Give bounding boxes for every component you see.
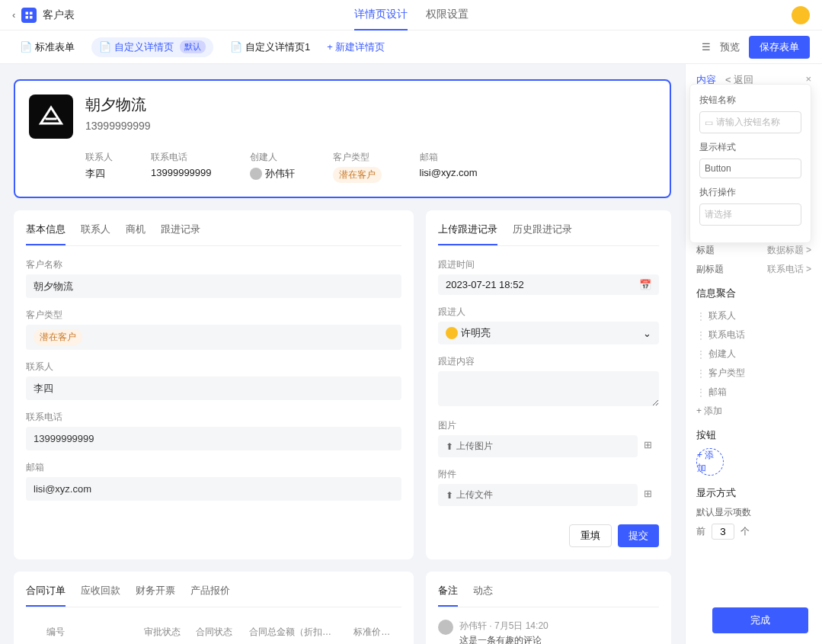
tab-detail-design[interactable]: 详情页设计 <box>354 0 408 30</box>
drag-icon: ⋮⋮ <box>696 349 704 360</box>
remarks-card[interactable]: 备注 动态 孙伟轩 · 7月5日 14:20 这是一条有趣的评论 <box>426 572 671 644</box>
svg-rect-0 <box>26 11 29 14</box>
follow-card[interactable]: 上传跟进记录 历史跟进记录 跟进时间2023-07-21 18:52📅 跟进人许… <box>426 210 671 559</box>
input-fperson[interactable]: 许明亮⌄ <box>438 322 659 344</box>
tab-contacts[interactable]: 联系人 <box>81 223 110 245</box>
th-contract: 合同状态 <box>191 620 245 644</box>
input-ftime[interactable]: 2023-07-21 18:52📅 <box>438 274 659 295</box>
hero-subtitle: 13999999999 <box>85 120 151 132</box>
submit-button[interactable]: 提交 <box>618 524 659 547</box>
input-contact[interactable] <box>26 376 401 400</box>
fl-email: 邮箱 <box>26 461 401 474</box>
sp-display-title: 显示方式 <box>696 486 811 500</box>
hero-card[interactable]: 朝夕物流 13999999999 联系人李四 联系电话13999999999 创… <box>14 79 671 198</box>
calendar-icon: 📅 <box>639 279 651 290</box>
layout-toggle-icon[interactable]: ☰ <box>702 41 711 53</box>
remark-item: 孙伟轩 · 7月5日 14:20 这是一条有趣的评论 <box>438 620 659 644</box>
tab-biz[interactable]: 商机 <box>126 223 146 245</box>
input-phone[interactable] <box>26 427 401 450</box>
fl-fimage: 图片 <box>438 419 659 432</box>
sp-field-creator[interactable]: ⋮⋮创建人 <box>696 344 811 364</box>
fl-fattach: 附件 <box>438 468 659 481</box>
drag-icon: ⋮⋮ <box>696 330 704 341</box>
sp-subtitle-row[interactable]: 副标题联系电话 > <box>696 263 811 276</box>
back-arrow[interactable]: ‹ <box>12 9 15 21</box>
th-price: 标准价… <box>349 620 401 644</box>
chip-custom-detail[interactable]: 📄 自定义详情页默认 <box>91 37 213 57</box>
sp-title-row[interactable]: 标题数据标题 > <box>696 244 811 257</box>
input-email[interactable] <box>26 477 401 501</box>
fl-type: 客户类型 <box>26 309 401 322</box>
sp-button-title: 按钮 <box>696 428 811 442</box>
remark-avatar-icon <box>438 620 453 635</box>
default-badge: 默认 <box>180 40 206 53</box>
order-table-card[interactable]: 合同订单 应收回款 财务开票 产品报价 编号 审批状态 合同状态 合同总金额（折… <box>14 572 414 644</box>
qr-icon[interactable]: ⊞ <box>644 439 659 454</box>
reset-button[interactable]: 重填 <box>569 524 612 547</box>
hero-logo <box>29 95 73 139</box>
hf-phone-value: 13999999999 <box>151 167 212 178</box>
contract-table: 编号 审批状态 合同状态 合同总金额（折扣… 标准价… 1HBCONT-2306… <box>26 620 401 644</box>
pop-name-label: 按钮名称 <box>699 94 801 107</box>
tab-follow[interactable]: 跟进记录 <box>161 223 200 245</box>
hf-phone-label: 联系电话 <box>151 151 212 164</box>
upload-image-button[interactable]: ⬆ 上传图片 <box>438 435 638 457</box>
pop-name-input[interactable]: ▭请输入按钮名称 <box>699 111 801 133</box>
hero-title: 朝夕物流 <box>85 95 151 115</box>
new-detail-page[interactable]: + 新建详情页 <box>327 40 385 54</box>
pop-style-select[interactable]: Button <box>699 159 801 178</box>
tab-remarks[interactable]: 备注 <box>438 584 458 607</box>
basic-info-card[interactable]: 基本信息 联系人 商机 跟进记录 客户名称 客户类型潜在客户 联系人 联系电话 … <box>14 210 414 559</box>
fl-contact: 联系人 <box>26 360 401 373</box>
tab-quote[interactable]: 产品报价 <box>190 584 230 607</box>
tab-invoice[interactable]: 财务开票 <box>136 584 175 607</box>
sp-add-field[interactable]: + 添加 <box>696 405 811 418</box>
top-tabs: 详情页设计 权限设置 <box>354 0 469 30</box>
hf-type-tag: 潜在客户 <box>333 167 382 183</box>
tab-receive[interactable]: 应收回款 <box>81 584 120 607</box>
input-fcontent[interactable] <box>438 371 659 406</box>
done-button[interactable]: 完成 <box>712 607 808 633</box>
fl-fcontent: 跟进内容 <box>438 355 659 368</box>
preview-button[interactable]: 预览 <box>720 40 740 54</box>
tab-permission[interactable]: 权限设置 <box>426 0 469 30</box>
sp-field-contact[interactable]: ⋮⋮联系人 <box>696 306 811 325</box>
sp-default-show-label: 默认显示项数 <box>696 506 751 519</box>
app-icon <box>21 8 37 23</box>
th-approval: 审批状态 <box>139 620 192 644</box>
tab-history-follow[interactable]: 历史跟进记录 <box>513 223 572 245</box>
qr-icon[interactable]: ⊞ <box>644 488 659 503</box>
sp-add-button[interactable]: + 添加 <box>696 448 724 476</box>
sp-field-phone[interactable]: ⋮⋮联系电话 <box>696 325 811 344</box>
tab-activity[interactable]: 动态 <box>473 584 493 607</box>
pop-style-label: 显示样式 <box>699 141 801 154</box>
chevron-down-icon: ⌄ <box>643 328 651 339</box>
upload-file-button[interactable]: ⬆ 上传文件 <box>438 484 638 506</box>
fl-phone: 联系电话 <box>26 411 401 424</box>
sp-field-type[interactable]: ⋮⋮客户类型 <box>696 364 811 383</box>
hf-contact-label: 联系人 <box>85 151 113 164</box>
hf-email-value: lisi@xyz.com <box>420 167 478 178</box>
chip-standard-form[interactable]: 📄 标准表单 <box>12 37 82 57</box>
user-avatar[interactable] <box>792 6 810 24</box>
creator-avatar-icon <box>250 168 262 180</box>
pop-action-select[interactable]: 请选择 <box>699 203 801 226</box>
sp-show-count-input[interactable] <box>712 524 734 540</box>
remark-time: 7月5日 14:20 <box>494 620 549 631</box>
button-config-popover: 按钮名称 ▭请输入按钮名称 显示样式 Button 执行操作 请选择 <box>689 84 811 243</box>
sp-field-email[interactable]: ⋮⋮邮箱 <box>696 383 811 402</box>
chip-label: 标准表单 <box>35 40 75 54</box>
th-amount: 合同总金额（折扣… <box>245 620 349 644</box>
drag-icon: ⋮⋮ <box>696 368 704 379</box>
button-icon: ▭ <box>705 117 713 128</box>
tab-upload-follow[interactable]: 上传跟进记录 <box>438 223 497 245</box>
tab-basic-info[interactable]: 基本信息 <box>26 223 66 245</box>
chip-custom-detail-1[interactable]: 📄 自定义详情页1 <box>222 37 318 57</box>
tab-contract[interactable]: 合同订单 <box>26 584 66 607</box>
svg-rect-1 <box>30 11 33 14</box>
hf-email-label: 邮箱 <box>420 151 478 164</box>
save-form-button[interactable]: 保存表单 <box>749 36 810 59</box>
subbar: 📄 标准表单 📄 自定义详情页默认 📄 自定义详情页1 + 新建详情页 ☰ 预览… <box>0 30 822 64</box>
input-name[interactable] <box>26 274 401 298</box>
sp-info-title: 信息聚合 <box>696 287 811 300</box>
